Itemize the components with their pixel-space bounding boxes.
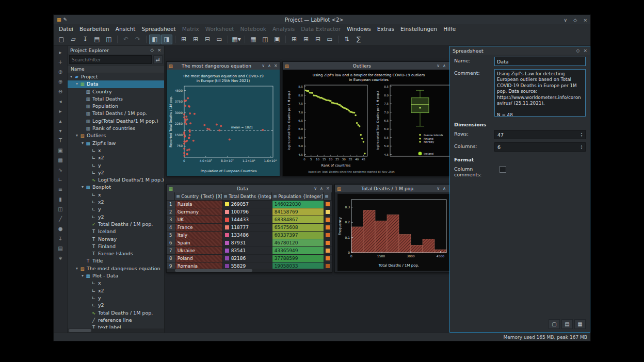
data-hscrollbar[interactable] [167,269,332,272]
comment-input[interactable]: Using Zipf's Law for detecting European … [494,69,586,117]
clear-columns-button[interactable]: ▭ [214,35,225,44]
zoom-x-select-tool[interactable]: ⊕ [56,77,65,86]
tree-item-x[interactable]: ∟x [68,191,164,199]
subwindow-equation[interactable]: ▧ The most dangerous equation ∨ ∧ × The … [166,61,280,176]
save-template-button[interactable]: ▤ [561,319,573,329]
population-cell[interactable]: 60337397 [272,232,324,239]
tree-item-country[interactable]: ▥Country [68,88,164,95]
tree-column-header[interactable]: Name [68,65,164,73]
total-deaths-cell[interactable]: 118777 [223,224,272,231]
subwindow-equation-titlebar[interactable]: ▧ The most dangerous equation ∨ ∧ × [167,62,280,70]
subwindow-maximize-button[interactable]: ∧ [443,63,446,68]
scrollbar-thumb[interactable] [175,269,252,272]
tree-item-iceland[interactable]: TIceland [68,228,164,235]
explorer-hscrollbar[interactable] [68,328,164,333]
rows-spinbox[interactable]: 47 ▴ ▾ [494,130,586,139]
subwindow-data[interactable]: ▦ Data ∨ ∧ × ▤Country {Text} [X]▤Total D… [166,184,332,273]
tree-item-data[interactable]: ▾▦Data [68,80,164,88]
statistics-button[interactable]: ∑ [353,35,364,44]
tree-item-total-deaths-1m-pop[interactable]: ✓Total Deaths / 1M pop. [68,221,164,228]
tree-item-rank-of-countries[interactable]: ▥Rank of countries [68,125,164,132]
tree-item-title[interactable]: TTitle [68,257,164,265]
redo-button[interactable]: ↷ [132,35,143,44]
scrollbar-thumb[interactable] [69,329,91,332]
add-boxplot-tool[interactable]: ◫ [56,205,65,213]
total-deaths-cell[interactable]: 87931 [223,239,272,246]
add-reference-line-tool[interactable]: ╱ [56,215,65,223]
zoom-select-tool[interactable]: ⊕ [56,68,65,76]
tree-item-plot-data[interactable]: ▾▩Plot - Data [68,272,164,279]
equation-canvas[interactable]: The most dangerous equation and COVID-19… [167,70,280,176]
minimize-button[interactable]: ∨ [564,18,568,23]
population-cell[interactable]: 37788599 [272,255,324,262]
insert-row-above-button[interactable]: ⊞ [288,35,300,44]
corner-cell[interactable] [167,192,175,200]
menu-matrix[interactable]: Matrix [179,25,202,32]
subwindow-close-button[interactable]: × [274,63,278,68]
country-cell[interactable]: Romania [175,262,223,269]
tree-expander-icon[interactable]: ▾ [74,265,79,272]
row-number[interactable]: 3 [167,216,175,223]
tree-item-y[interactable]: ∟y [68,162,164,169]
maximize-subwindow-button[interactable]: ▣ [271,35,283,44]
toggle-project-explorer-button[interactable]: ◧ [149,35,160,44]
tree-item-total-deaths-1m-pop[interactable]: ▥Total Deaths / 1M pop. [68,110,164,117]
tree-item-zipf-s-law[interactable]: ▾▩Zipf's law [68,140,164,147]
menu-ansicht[interactable]: Ansicht [112,25,139,32]
row-number[interactable]: 6 [167,239,175,246]
open-project-button[interactable]: ▱ [68,35,79,44]
country-cell[interactable]: Russia [175,201,223,208]
columns-spinbox[interactable]: 6 ▴ ▾ [494,142,586,152]
extra-cell[interactable] [324,255,332,262]
dock-float-button[interactable]: ◇ [150,47,154,53]
column-header-1[interactable]: ▤Country {Text} [X] [175,192,222,200]
outliers-canvas[interactable]: Using Zipf's law and a boxplot for detec… [283,70,449,176]
tree-item-x[interactable]: ∟x [68,279,164,287]
population-cell[interactable]: 65475608 [272,224,324,231]
total-deaths-cell[interactable]: 83541 [223,247,272,254]
subwindow-minimize-button[interactable]: ∨ [437,186,440,191]
search-input[interactable] [69,55,152,64]
add-image-tool[interactable]: ▣ [56,146,65,155]
add-histogram-tool[interactable]: ▮ [56,195,65,204]
extra-cell[interactable] [324,216,332,223]
subwindow-close-button[interactable]: × [449,186,449,191]
subwindow-outliers-titlebar[interactable]: ▧ Outliers ∨ ∧ × [283,62,449,70]
dock-close-button[interactable]: × [583,48,587,53]
menu-bearbeiten[interactable]: Bearbeiten [76,25,112,32]
load-template-button[interactable]: ▢ [549,319,560,329]
print-preview-button[interactable]: ◫ [103,35,115,44]
print-button[interactable]: ▤ [91,35,103,44]
undo-button[interactable]: ↶ [120,35,132,44]
tree-expander-icon[interactable]: ▾ [69,73,74,80]
tree-item-the-most-dangerous-equation[interactable]: ▾▧The most dangerous equation [68,265,164,272]
add-custom-point-tool[interactable]: ● [56,224,65,233]
tree-item-x2[interactable]: ∟x2 [68,199,164,206]
shift-left-x-tool[interactable]: ◂ [56,97,65,106]
extra-cell[interactable] [324,247,332,254]
tree-item-population[interactable]: ▥Population [68,103,164,110]
subwindow-data-titlebar[interactable]: ▦ Data ∨ ∧ × [167,185,332,192]
menu-worksheet[interactable]: Worksheet [202,25,237,32]
subwindow-histogram-titlebar[interactable]: ▧ Total Deaths / 1 M pop. ∨ ∧ × [335,185,449,192]
population-cell[interactable]: 46780120 [272,239,324,246]
clear-rows-button[interactable]: ▭ [324,35,335,44]
menu-spreadsheet[interactable]: Spreadsheet [139,25,179,32]
export-tool[interactable]: ↧ [56,234,65,243]
menu-notebook[interactable]: Notebook [237,25,269,32]
tree-item-log-total-deaths-1-m-pop[interactable]: ▥Log(Total Deaths/1 M pop.) [68,118,164,125]
histogram-canvas[interactable]: 00.10.20.30150030004500FrequencyTotal De… [335,192,449,272]
tree-item-boxplot[interactable]: ▾▩Boxplot [68,184,164,191]
row-number[interactable]: 4 [167,224,175,231]
shift-down-y-tool[interactable]: ▾ [56,126,65,135]
tree-item-y2[interactable]: ∟y2 [68,213,164,221]
add-text-label-tool[interactable]: T [56,136,65,145]
subwindow-minimize-button[interactable]: ∨ [314,186,317,191]
insert-row-below-button[interactable]: ⊞ [300,35,312,44]
subwindow-close-button[interactable]: × [326,186,330,191]
add-axis-tool[interactable]: ∟ [56,175,65,184]
population-cell[interactable]: 68384867 [272,216,324,223]
total-deaths-cell[interactable]: 144433 [223,216,272,223]
tree-item-log-total-deaths-1-m-pop[interactable]: ∿Log(Total Deaths/1 M pop.) [68,176,164,184]
total-deaths-cell[interactable]: 133486 [223,232,272,239]
